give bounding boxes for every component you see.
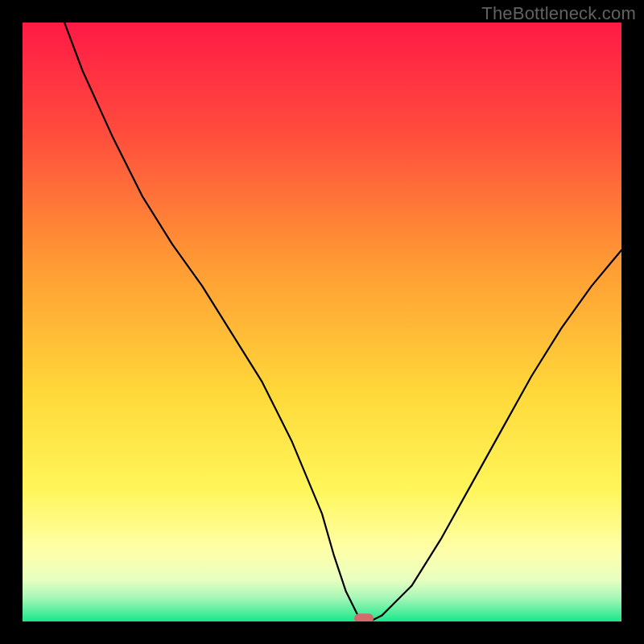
watermark-text: TheBottleneck.com bbox=[481, 3, 636, 24]
chart-frame: TheBottleneck.com bbox=[0, 0, 644, 644]
chart-svg bbox=[23, 23, 621, 621]
gradient-background bbox=[23, 23, 621, 621]
minimum-marker-icon bbox=[354, 613, 374, 621]
plot-area bbox=[23, 23, 621, 621]
